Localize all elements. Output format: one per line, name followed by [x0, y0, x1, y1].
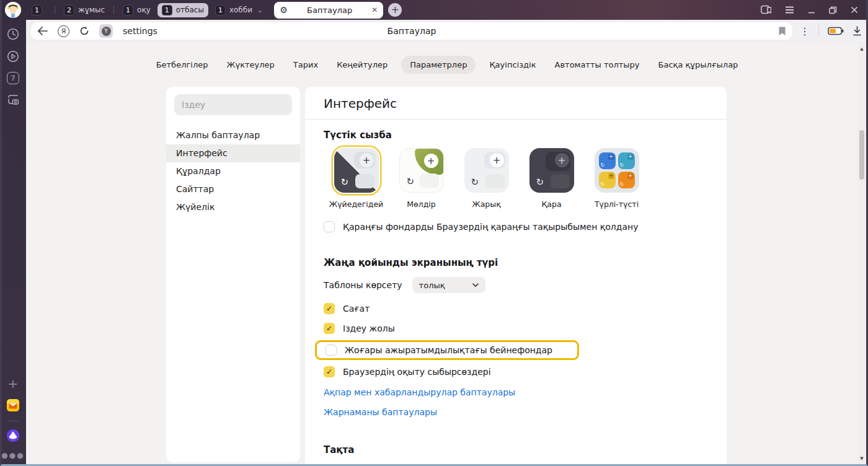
toolbar-right-controls: ⋮ [800, 25, 862, 37]
tab-group-label: оқу [137, 6, 151, 14]
battery-icon[interactable] [828, 27, 844, 35]
new-tab-button[interactable]: + [388, 3, 402, 17]
gear-icon: ⚙ [280, 6, 288, 14]
browser-toolbar: Я Y settings Баптаулар ⋮ [26, 20, 868, 42]
search-bar-option[interactable]: Іздеу жолы [324, 323, 708, 334]
scroll-up-icon[interactable]: ▲ [857, 45, 866, 53]
ads-settings-link[interactable]: Жарнаманы баптаулары [324, 407, 708, 417]
clock-option[interactable]: Сағат [324, 303, 708, 314]
tab-group-study[interactable]: 1 оқу [118, 3, 155, 17]
theme-option-transparent[interactable]: + ↻ Мөлдір [389, 148, 454, 209]
back-icon[interactable] [37, 27, 48, 35]
search-input[interactable] [174, 94, 292, 115]
highlighted-video-backgrounds-option[interactable]: Жоғары ажыратымдылықтағы бейнефондар [315, 340, 579, 360]
nav-tab-other-devices[interactable]: Басқа құрылғылар [653, 56, 743, 74]
browser-hints-option[interactable]: Браузердің оқыту сыбырсөздері [324, 366, 708, 377]
news-notifications-settings-link[interactable]: Ақпар мен хабарландырулар баптаулары [324, 387, 708, 397]
nav-tab-autofill[interactable]: Автоматты толтыру [550, 56, 645, 74]
theme-option-system[interactable]: + ↻ Жүйедегідей [324, 148, 389, 209]
theme-label: Мөлдір [407, 200, 435, 209]
tab-group-work[interactable]: 2 жұмыс [60, 3, 109, 17]
tableau-dropdown[interactable]: толық [412, 277, 485, 293]
downloads-icon[interactable] [852, 26, 862, 36]
theme-option-light[interactable]: + ↻ Жарық [454, 148, 519, 209]
tab-group-hobby[interactable]: 1 хобби ⌄ [211, 3, 267, 17]
refresh-icon: ↻ [471, 178, 479, 187]
checkbox-checked-icon[interactable] [324, 366, 335, 377]
tabs-count-icon[interactable]: 7 [7, 72, 19, 84]
sidebar-item-system[interactable]: Жүйелік [166, 198, 300, 216]
side-panels-icon[interactable] [761, 5, 771, 15]
settings-page: Бетбелгілер Жүктеулер Тарих Кеңейтулер П… [26, 42, 868, 466]
checkbox-unchecked-icon[interactable] [326, 345, 337, 356]
nav-tab-bookmarks[interactable]: Бетбелгілер [151, 56, 213, 74]
theme-thumbnail-colorful[interactable]: +↻ +↻ +↻ +↻ [595, 148, 639, 193]
history-icon[interactable] [6, 27, 20, 41]
theme-thumbnail-light[interactable]: + ↻ [464, 148, 509, 193]
checkbox-unchecked-icon[interactable] [324, 221, 335, 232]
tab-group-family-active[interactable]: 1 отбасы [157, 3, 208, 17]
alice-assistant-icon[interactable] [6, 429, 20, 442]
left-sidebar-rail: 7 + ●●● [0, 20, 26, 466]
toolbar-divider [818, 25, 819, 37]
plus-icon: + [608, 173, 614, 179]
yandex-home-icon[interactable]: Я [58, 25, 69, 37]
theme-tiles: + ↻ Жүйедегідей + ↻ Мөлдір [324, 148, 708, 209]
nav-tab-downloads[interactable]: Жүктеулер [221, 56, 279, 74]
tab-close-icon[interactable]: ✕ [371, 6, 378, 14]
sidebar-item-general[interactable]: Жалпы баптаулар [166, 126, 300, 144]
tab-group-label: хобби [229, 6, 252, 14]
tab-group-badge: 1 [32, 5, 42, 15]
page-scrollbar[interactable]: ▲ ▼ [857, 42, 866, 464]
checkbox-checked-icon[interactable] [324, 303, 335, 314]
theme-thumbnail-system[interactable]: + ↻ [334, 148, 379, 193]
active-tab-settings[interactable]: ⚙ Баптаулар ✕ [274, 2, 383, 19]
theme-thumbnail-dark[interactable]: + ↻ [529, 148, 574, 193]
url-text[interactable]: settings [123, 26, 157, 36]
browser-window: 1 2 жұмыс 1 оқу 1 отбасы 1 хобби ⌄ [0, 0, 868, 466]
yandex-mail-icon[interactable] [6, 398, 20, 412]
theme-option-dark[interactable]: + ↻ Қара [519, 148, 584, 209]
more-options-icon[interactable]: ⋮ [800, 25, 810, 37]
reload-icon[interactable] [79, 26, 89, 36]
nav-tab-history[interactable]: Тарих [288, 56, 323, 74]
thumb-bottomright-panel [355, 174, 374, 188]
checkbox-checked-icon[interactable] [324, 323, 335, 334]
sidebar-item-tools[interactable]: Құралдар [166, 162, 300, 180]
sidebar-item-interface[interactable]: Интерфейс [166, 144, 300, 162]
thumb-bottomright-panel [551, 174, 570, 188]
bookmark-icon[interactable] [778, 26, 786, 36]
screenshot-icon[interactable] [6, 93, 20, 107]
close-icon[interactable] [851, 6, 858, 14]
site-favicon[interactable]: Y [99, 24, 113, 38]
sidebar-item-sites[interactable]: Сайттар [166, 180, 300, 198]
rail-add-icon[interactable]: + [8, 377, 19, 390]
refresh-icon: ↻ [620, 182, 624, 187]
media-play-icon[interactable] [6, 50, 20, 63]
tab-group-1[interactable]: 1 [27, 3, 50, 17]
tab-group-badge: 1 [162, 5, 172, 15]
profile-avatar[interactable] [5, 2, 21, 18]
plus-icon: + [608, 154, 614, 160]
nav-tab-settings[interactable]: Параметрлер [401, 56, 476, 74]
nav-tab-security[interactable]: Қауіпсіздік [484, 56, 541, 74]
option-label: Сағат [343, 304, 370, 314]
address-bar[interactable]: Я Y settings Баптаулар [31, 22, 792, 40]
restore-icon[interactable] [829, 6, 837, 14]
scroll-down-icon[interactable]: ▼ [857, 454, 866, 463]
theme-option-colorful[interactable]: +↻ +↻ +↻ +↻ Түрлі-түсті [584, 148, 649, 209]
chevron-down-icon: ⌄ [257, 7, 262, 14]
nav-tab-extensions[interactable]: Кеңейтулер [332, 56, 392, 74]
option-label: Іздеу жолы [343, 323, 395, 333]
rail-divider [7, 421, 19, 421]
video-backgrounds-option[interactable]: Жоғары ажыратымдылықтағы бейнефондар [326, 345, 552, 356]
settings-nav: Бетбелгілер Жүктеулер Тарих Кеңейтулер П… [26, 42, 868, 74]
tab-bar: 1 2 жұмыс 1 оқу 1 отбасы 1 хобби ⌄ [0, 0, 868, 20]
scrollbar-thumb[interactable] [859, 130, 864, 180]
tableau-label: Таблоны көрсету [324, 280, 402, 290]
menu-icon[interactable] [785, 6, 794, 14]
theme-thumbnail-transparent[interactable]: + ↻ [399, 148, 444, 193]
minimize-icon[interactable] [808, 6, 815, 14]
dark-background-option[interactable]: Қараңғы фондарды Браузердің қараңғы тақы… [324, 221, 708, 232]
rail-more-icon[interactable]: ●●● [1, 451, 24, 460]
